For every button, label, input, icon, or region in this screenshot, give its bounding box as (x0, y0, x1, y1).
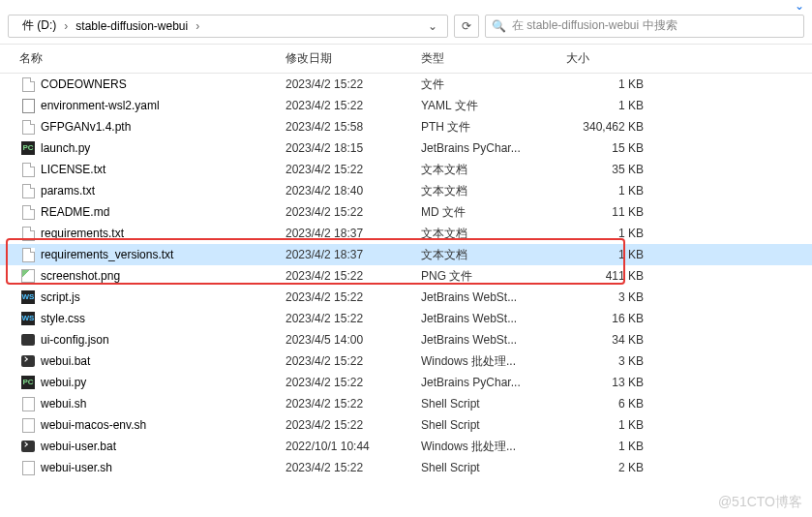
file-row[interactable]: params.txt2023/4/2 18:40文本文档1 KB (0, 180, 812, 201)
file-row[interactable]: WSstyle.css2023/4/2 15:22JetBrains WebSt… (0, 308, 812, 329)
file-row[interactable]: GFPGANv1.4.pth2023/4/2 15:58PTH 文件340,46… (0, 116, 812, 137)
file-name: webui-user.sh (41, 461, 286, 474)
sh-icon (19, 417, 37, 433)
file-type: PNG 文件 (421, 268, 566, 285)
file-icon (19, 76, 37, 92)
file-row[interactable]: ui-config.json2023/4/5 14:00JetBrains We… (0, 329, 812, 350)
file-name: ui-config.json (41, 333, 286, 347)
search-input[interactable]: 🔍 在 stable-diffusion-webui 中搜索 (485, 15, 804, 38)
py-icon: PC (19, 375, 37, 390)
file-type: JetBrains PyChar... (421, 376, 566, 389)
breadcrumb-dropdown-icon[interactable]: ⌄ (422, 19, 443, 33)
file-row[interactable]: WSscript.js2023/4/2 15:22JetBrains WebSt… (0, 287, 812, 308)
file-type: JetBrains WebSt... (421, 333, 566, 347)
file-date: 2023/4/2 15:22 (286, 376, 421, 389)
sh-icon (19, 396, 37, 411)
file-size: 1 KB (566, 418, 644, 432)
file-name: environment-wsl2.yaml (41, 99, 286, 112)
file-icon (19, 119, 37, 135)
crumb-folder[interactable]: stable-diffusion-webui (70, 19, 194, 33)
file-name: screenshot.png (41, 269, 286, 283)
json-icon (19, 332, 37, 348)
file-row[interactable]: LICENSE.txt2023/4/2 15:22文本文档35 KB (0, 159, 812, 180)
yaml-icon (19, 98, 37, 113)
file-type: Shell Script (421, 418, 566, 432)
ws-icon: WS (19, 311, 37, 326)
file-size: 13 KB (566, 376, 644, 389)
file-date: 2023/4/5 14:00 (286, 333, 421, 347)
file-size: 340,462 KB (566, 120, 644, 134)
file-name: script.js (41, 290, 286, 304)
file-size: 3 KB (566, 354, 644, 368)
column-header-type[interactable]: 类型 (421, 50, 566, 67)
file-date: 2023/4/2 15:58 (286, 120, 421, 134)
file-date: 2023/4/2 15:22 (286, 354, 421, 368)
file-type: 文本文档 (421, 226, 566, 242)
column-header-row: 名称 修改日期 类型 大小 (0, 45, 812, 74)
file-date: 2023/4/2 15:22 (286, 205, 421, 219)
file-row[interactable]: PCwebui.py2023/4/2 15:22JetBrains PyChar… (0, 372, 812, 393)
column-header-name[interactable]: 名称 (19, 50, 286, 67)
file-date: 2023/4/2 15:22 (286, 269, 421, 283)
png-icon (19, 268, 37, 284)
file-type: 文本文档 (421, 247, 566, 263)
file-list[interactable]: CODEOWNERS2023/4/2 15:22文件1 KBenvironmen… (0, 74, 812, 507)
file-row[interactable]: CODEOWNERS2023/4/2 15:22文件1 KB (0, 74, 812, 95)
window-topbar: ⌄ (0, 0, 812, 12)
file-date: 2023/4/2 18:37 (286, 248, 421, 261)
file-size: 16 KB (566, 312, 644, 325)
file-size: 35 KB (566, 163, 644, 176)
chevron-right-icon: › (62, 19, 70, 33)
file-icon (19, 226, 37, 241)
file-type: 文本文档 (421, 183, 566, 199)
file-row[interactable]: requirements.txt2023/4/2 18:37文本文档1 KB (0, 223, 812, 244)
search-placeholder: 在 stable-diffusion-webui 中搜索 (512, 17, 677, 34)
collapse-icon[interactable]: ⌄ (795, 0, 804, 13)
column-header-date[interactable]: 修改日期 (286, 50, 421, 67)
refresh-button[interactable]: ⟳ (454, 15, 479, 38)
file-row[interactable]: screenshot.png2023/4/2 15:22PNG 文件411 KB (0, 265, 812, 287)
file-row[interactable]: requirements_versions.txt2023/4/2 18:37文… (0, 244, 812, 265)
file-size: 3 KB (566, 290, 644, 304)
file-icon (19, 204, 37, 220)
file-type: Shell Script (421, 461, 566, 474)
file-size: 1 KB (566, 440, 644, 453)
address-bar-row: 件 (D:) › stable-diffusion-webui › ⌄ ⟳ 🔍 … (0, 12, 812, 45)
file-type: Windows 批处理... (421, 353, 566, 370)
file-size: 1 KB (566, 99, 644, 112)
column-header-size[interactable]: 大小 (566, 50, 644, 67)
file-size: 11 KB (566, 205, 644, 219)
file-size: 1 KB (566, 227, 644, 240)
file-size: 411 KB (566, 269, 644, 283)
file-type: Shell Script (421, 397, 566, 411)
file-type: YAML 文件 (421, 98, 566, 114)
chevron-right-icon: › (194, 19, 201, 33)
file-date: 2023/4/2 18:15 (286, 141, 421, 155)
file-type: PTH 文件 (421, 119, 566, 136)
file-row[interactable]: webui.bat2023/4/2 15:22Windows 批处理...3 K… (0, 350, 812, 372)
file-type: 文本文档 (421, 162, 566, 178)
file-row[interactable]: README.md2023/4/2 15:22MD 文件11 KB (0, 201, 812, 223)
file-name: requirements_versions.txt (41, 248, 286, 261)
file-name: LICENSE.txt (41, 163, 286, 176)
file-icon (19, 183, 37, 198)
file-name: CODEOWNERS (41, 77, 286, 91)
file-row[interactable]: webui-macos-env.sh2023/4/2 15:22Shell Sc… (0, 414, 812, 436)
file-row[interactable]: PClaunch.py2023/4/2 18:15JetBrains PyCha… (0, 137, 812, 159)
file-row[interactable]: environment-wsl2.yaml2023/4/2 15:22YAML … (0, 95, 812, 116)
file-name: webui.py (41, 376, 286, 389)
file-type: JetBrains WebSt... (421, 312, 566, 325)
file-row[interactable]: webui-user.bat2022/10/1 10:44Windows 批处理… (0, 436, 812, 457)
search-icon: 🔍 (492, 19, 506, 33)
file-date: 2023/4/2 18:37 (286, 227, 421, 240)
file-type: JetBrains PyChar... (421, 141, 566, 155)
file-date: 2023/4/2 18:40 (286, 184, 421, 198)
file-row[interactable]: webui-user.sh2023/4/2 15:22Shell Script2… (0, 457, 812, 478)
file-name: webui.sh (41, 397, 286, 411)
crumb-drive[interactable]: 件 (D:) (16, 17, 62, 34)
file-icon (19, 162, 37, 177)
breadcrumb[interactable]: 件 (D:) › stable-diffusion-webui › ⌄ (8, 15, 448, 38)
file-row[interactable]: webui.sh2023/4/2 15:22Shell Script6 KB (0, 393, 812, 414)
file-name: webui-macos-env.sh (41, 418, 286, 432)
file-name: launch.py (41, 141, 286, 155)
